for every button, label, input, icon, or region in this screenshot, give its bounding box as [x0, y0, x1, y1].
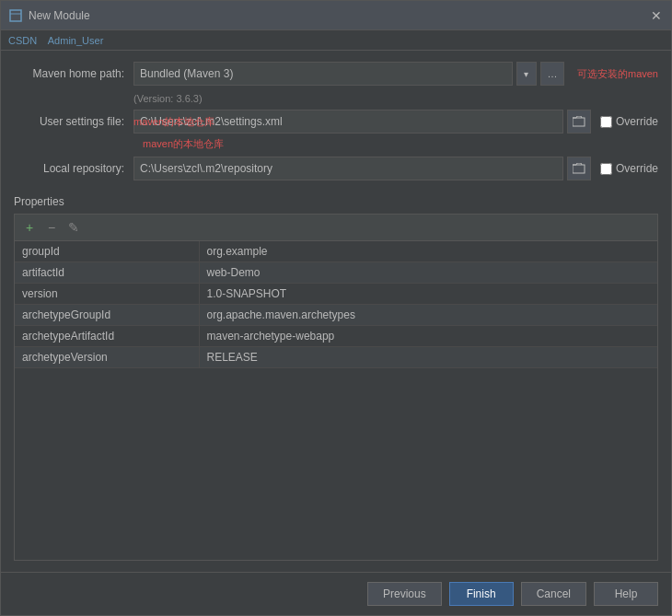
properties-container: + − ✎ groupId org.example artifactId web… — [14, 214, 658, 561]
main-content: Maven home path: ▾ … 可选安装的maven (Version… — [1, 51, 671, 572]
user-settings-annotation: maven的本地仓库 — [133, 115, 214, 129]
maven-home-annotation: 可选安装的maven — [577, 67, 658, 81]
finish-button[interactable]: Finish — [449, 582, 514, 606]
table-row[interactable]: archetypeArtifactId maven-archetype-weba… — [15, 326, 657, 347]
local-repo-input[interactable] — [133, 157, 563, 180]
window-icon — [8, 8, 23, 23]
properties-table: groupId org.example artifactId web-Demo … — [15, 241, 657, 560]
svg-rect-0 — [10, 10, 21, 21]
properties-section: Properties + − ✎ groupId org.example art… — [14, 195, 658, 561]
override-label-2: Override — [616, 162, 658, 175]
maven-home-dropdown[interactable]: ▾ — [516, 62, 537, 86]
prop-key-cell: version — [15, 284, 199, 305]
prop-key-cell: artifactId — [15, 262, 199, 284]
maven-home-input[interactable] — [133, 62, 513, 86]
override-label-1: Override — [616, 115, 658, 128]
remove-property-button[interactable]: − — [42, 218, 61, 237]
close-button[interactable]: ✕ — [649, 8, 664, 23]
user-settings-browse[interactable] — [567, 110, 591, 134]
prop-key-cell: archetypeArtifactId — [15, 326, 199, 347]
window-title: New Module — [29, 9, 649, 22]
prop-value-cell: org.apache.maven.archetypes — [199, 305, 657, 326]
prop-value-cell: org.example — [199, 241, 657, 262]
prop-key-cell: archetypeGroupId — [15, 305, 199, 326]
table-row[interactable]: groupId org.example — [15, 241, 657, 262]
breadcrumb: CSDN Admin_User — [1, 30, 671, 51]
title-bar: New Module ✕ — [1, 1, 671, 30]
user-settings-row: User settings file: Override maven的本地仓库 — [14, 110, 658, 134]
maven-home-browse[interactable]: … — [540, 62, 564, 86]
user-settings-label: User settings file: — [14, 115, 133, 128]
prop-key-cell: groupId — [15, 241, 199, 262]
svg-rect-3 — [573, 165, 585, 173]
user-settings-override-checkbox[interactable] — [600, 116, 612, 128]
prop-value-cell: 1.0-SNAPSHOT — [199, 284, 657, 305]
user-settings-annotation-line2: maven的本地仓库 — [143, 138, 224, 149]
table-row[interactable]: archetypeVersion RELEASE — [15, 347, 657, 368]
footer: Previous Finish Cancel Help — [1, 572, 671, 615]
table-row[interactable]: archetypeGroupId org.apache.maven.archet… — [15, 305, 657, 326]
prop-key-cell: archetypeVersion — [15, 347, 199, 368]
edit-property-button[interactable]: ✎ — [64, 218, 83, 237]
user-settings-override[interactable]: Override — [600, 115, 658, 128]
properties-label: Properties — [14, 195, 658, 208]
prop-value-cell: maven-archetype-webapp — [199, 326, 657, 347]
breadcrumb-text: CSDN Admin_User — [8, 35, 103, 46]
local-repo-override[interactable]: Override — [600, 162, 658, 175]
table-row[interactable]: artifactId web-Demo — [15, 262, 657, 284]
cancel-button[interactable]: Cancel — [521, 582, 586, 606]
new-module-dialog: New Module ✕ CSDN Admin_User Maven home … — [0, 0, 672, 616]
prop-value-cell: web-Demo — [199, 262, 657, 284]
add-property-button[interactable]: + — [20, 218, 39, 237]
maven-home-row: Maven home path: ▾ … 可选安装的maven — [14, 62, 658, 86]
version-note: (Version: 3.6.3) — [14, 93, 658, 104]
prop-value-cell: RELEASE — [199, 347, 657, 368]
previous-button[interactable]: Previous — [367, 582, 442, 606]
local-repo-row: Local repository: Override — [14, 157, 658, 180]
svg-rect-2 — [573, 118, 585, 126]
local-repo-browse[interactable] — [567, 157, 591, 180]
table-row[interactable]: version 1.0-SNAPSHOT — [15, 284, 657, 305]
local-repo-label: Local repository: — [14, 162, 133, 175]
properties-data-table: groupId org.example artifactId web-Demo … — [15, 241, 657, 368]
properties-toolbar: + − ✎ — [15, 215, 657, 241]
help-button[interactable]: Help — [594, 582, 658, 606]
user-settings-field: Override maven的本地仓库 — [133, 110, 658, 134]
local-repo-field: Override — [133, 157, 658, 180]
maven-home-label: Maven home path: — [14, 67, 133, 80]
maven-home-field: ▾ … 可选安装的maven — [133, 62, 658, 86]
local-repo-override-checkbox[interactable] — [600, 163, 612, 175]
